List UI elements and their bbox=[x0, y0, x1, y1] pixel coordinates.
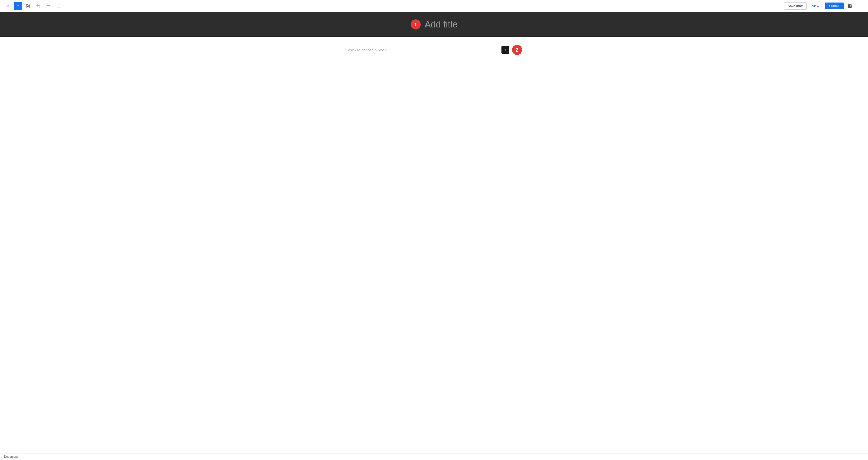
block-editor-row: Type / to choose a block + 2 bbox=[346, 45, 522, 55]
add-block-toolbar-button[interactable]: + bbox=[14, 2, 22, 10]
vertical-dots-icon bbox=[858, 4, 862, 8]
undo-button[interactable] bbox=[34, 2, 42, 10]
document-overview-button[interactable] bbox=[54, 2, 62, 10]
save-draft-button[interactable]: Save draft bbox=[784, 2, 806, 9]
pencil-icon bbox=[26, 4, 30, 8]
list-icon bbox=[56, 4, 61, 8]
submit-button[interactable]: Submit bbox=[825, 2, 844, 9]
svg-point-6 bbox=[849, 5, 850, 6]
status-bar: Document bbox=[0, 453, 868, 460]
toolbar-right: Save draft View Submit bbox=[784, 2, 864, 10]
view-button[interactable]: View bbox=[809, 2, 823, 9]
step-badge-1: 1 bbox=[411, 20, 421, 29]
back-icon bbox=[6, 4, 10, 8]
settings-button[interactable] bbox=[846, 2, 854, 10]
edit-button[interactable] bbox=[24, 2, 32, 10]
svg-point-7 bbox=[860, 4, 860, 5]
toolbar: + bbox=[0, 0, 868, 12]
add-block-inline-button[interactable]: + bbox=[501, 46, 509, 54]
content-area: Type / to choose a block + 2 bbox=[0, 37, 868, 453]
svg-point-9 bbox=[860, 7, 860, 7]
step-badge-2: 2 bbox=[512, 45, 522, 55]
plus-icon-inline: + bbox=[504, 47, 507, 53]
toolbar-left: + bbox=[4, 2, 62, 10]
redo-button[interactable] bbox=[44, 2, 52, 10]
redo-icon bbox=[46, 4, 51, 8]
title-area: 1 Add title bbox=[0, 12, 868, 37]
plus-icon: + bbox=[17, 3, 20, 9]
more-options-button[interactable] bbox=[856, 2, 864, 10]
gear-icon bbox=[847, 4, 852, 8]
svg-point-8 bbox=[860, 5, 860, 6]
title-area-inner: 1 Add title bbox=[411, 19, 457, 30]
back-button[interactable] bbox=[4, 2, 12, 10]
title-placeholder[interactable]: Add title bbox=[425, 19, 457, 30]
status-label: Document bbox=[4, 455, 18, 459]
undo-icon bbox=[36, 4, 40, 8]
block-placeholder-text[interactable]: Type / to choose a block bbox=[346, 48, 498, 52]
